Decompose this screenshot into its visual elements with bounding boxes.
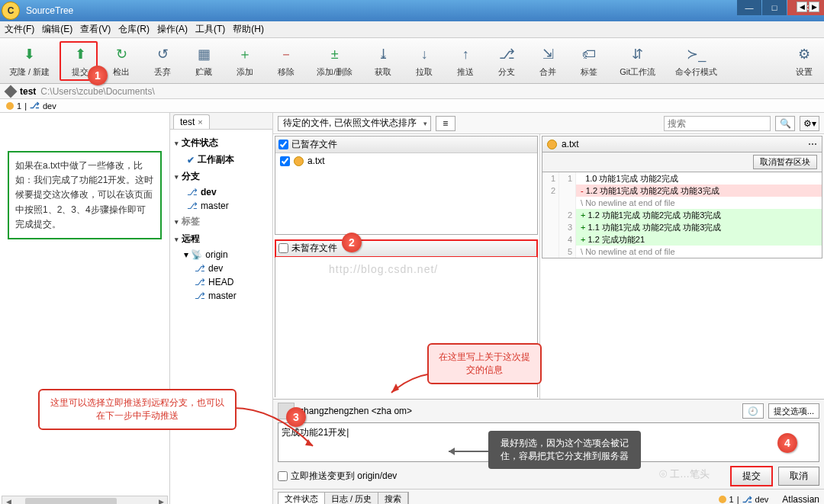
bottom-tabs: 文件状态 日志 / 历史 搜索 xyxy=(278,492,409,504)
scrollbar-horizontal[interactable]: ◀▶ xyxy=(2,496,168,504)
app-icon: C xyxy=(2,2,20,20)
staged-all-checkbox[interactable] xyxy=(278,140,288,149)
terminal-button[interactable]: ≻_命令行模式 xyxy=(672,42,720,79)
current-branch: dev xyxy=(43,101,56,111)
badge-3: 3 xyxy=(286,407,306,427)
badge-1: 1 xyxy=(88,66,108,85)
modified-icon xyxy=(547,140,557,149)
push-button[interactable]: ↑推送 xyxy=(452,42,479,79)
badge-4: 4 xyxy=(777,433,797,453)
unstaged-all-checkbox[interactable] xyxy=(278,243,288,253)
checkout-button[interactable]: ↻检出 xyxy=(108,42,135,79)
tab-search[interactable]: 搜索 xyxy=(378,493,408,504)
pull-button[interactable]: ↓拉取 xyxy=(410,42,438,79)
tree-branch-master[interactable]: ⎇master xyxy=(173,199,269,213)
tree-remote-dev[interactable]: ⎇dev xyxy=(173,262,269,275)
addremove-button[interactable]: ±添加/删除 xyxy=(314,42,356,79)
remove-button[interactable]: －移除 xyxy=(272,42,300,79)
add-button[interactable]: ＋添加 xyxy=(231,42,259,79)
unstaged-header: 未暂存文件 xyxy=(291,242,337,255)
diff-filename: a.txt xyxy=(562,139,803,149)
toolbar: ⬇克隆 / 新建 ⬆提交 ↻检出 ↺丢弃 ▦贮藏 ＋添加 －移除 ±添加/删除 … xyxy=(0,38,824,84)
menu-view[interactable]: 查看(V) xyxy=(80,23,111,36)
tree-remote-master[interactable]: ⎇master xyxy=(173,289,269,303)
tab-filestate[interactable]: 文件状态 xyxy=(278,493,325,504)
menubar: 文件(F) 编辑(E) 查看(V) 仓库(R) 操作(A) 工具(T) 帮助(H… xyxy=(0,21,824,38)
search-input[interactable] xyxy=(664,116,771,131)
tree-workcopy[interactable]: ✔工作副本 xyxy=(173,152,269,168)
gitflow-button[interactable]: ⇵Git工作流 xyxy=(616,42,658,79)
search-button[interactable]: 🔍 xyxy=(775,116,795,131)
diff-column: a.txt ⋯ 取消暂存区块 111.0 功能1完成 功能2完成21.2 功能1… xyxy=(542,136,822,397)
watermark: http://blog.csdn.net/ xyxy=(329,263,438,275)
tag-button[interactable]: 🏷标签 xyxy=(575,42,603,79)
badge-2: 2 xyxy=(342,233,362,252)
tree-branches[interactable]: 分支 xyxy=(173,168,269,185)
commit-cancel-button[interactable]: 取消 xyxy=(778,467,819,486)
tree-branch-dev[interactable]: ⎇dev xyxy=(173,185,269,199)
status-branch: 1 | ⎇dev xyxy=(713,493,775,504)
merge-button[interactable]: ⇲合并 xyxy=(534,42,562,79)
tree-remote-head[interactable]: ⎇HEAD xyxy=(173,275,269,289)
diff-body: 111.0 功能1完成 功能2完成21.2 功能1完成 功能2完成 功能3完成N… xyxy=(542,172,822,258)
staged-file-checkbox[interactable] xyxy=(280,156,290,166)
menu-edit[interactable]: 编辑(E) xyxy=(42,23,72,36)
repo-icon xyxy=(5,85,18,98)
branch-row: 1 | ⎇ dev xyxy=(0,99,824,113)
tree-filestate[interactable]: 文件状态 xyxy=(173,134,269,152)
tab-test[interactable]: test× xyxy=(173,114,210,129)
diff-dots-icon[interactable]: ⋯ xyxy=(808,139,817,149)
clone-button[interactable]: ⬇克隆 / 新建 xyxy=(6,42,53,79)
menu-action[interactable]: 操作(A) xyxy=(157,23,188,36)
tree-remotes[interactable]: 远程 xyxy=(173,230,269,248)
atlassian-logo: Atlassian xyxy=(782,494,819,504)
menu-tool[interactable]: 工具(T) xyxy=(195,23,225,36)
gear-button[interactable]: ⚙▾ xyxy=(800,116,819,131)
fetch-button[interactable]: ⤓获取 xyxy=(369,42,397,79)
maximize-button[interactable]: □ xyxy=(762,0,787,15)
menu-repo[interactable]: 仓库(R) xyxy=(118,23,150,36)
author-name: zhangzhengzhen <zha om> xyxy=(299,406,738,416)
menu-help[interactable]: 帮助(H) xyxy=(233,23,264,36)
settings-button[interactable]: ⚙设置 xyxy=(790,42,818,79)
status-dot-icon xyxy=(6,102,14,110)
view-mode-button[interactable]: ≡ xyxy=(436,116,455,131)
staged-section: 已暂存文件 a.txt xyxy=(275,136,538,235)
wechat-watermark: ⦾ 工…笔头 xyxy=(659,467,710,481)
tab-log[interactable]: 日志 / 历史 xyxy=(325,493,378,504)
tree-origin[interactable]: ▾ 📡 origin xyxy=(173,248,269,262)
path-nav[interactable]: ◀▶ xyxy=(797,2,819,12)
window-title: SourceTree xyxy=(26,5,73,16)
filter-dropdown[interactable]: 待定的文件, 已依照文件状态排序 xyxy=(278,116,431,131)
minimize-button[interactable]: — xyxy=(737,0,761,15)
repo-name: test xyxy=(20,86,36,97)
stash-button[interactable]: ▦贮藏 xyxy=(190,42,217,79)
main-body: 如果在a.txt中做了一些修改，比如：我们完成了功能21开发。这时候要提交这次修… xyxy=(0,113,824,504)
titlebar: C SourceTree — □ ✕ xyxy=(0,0,824,21)
close-tab-icon[interactable]: × xyxy=(198,117,202,127)
menu-file[interactable]: 文件(F) xyxy=(5,23,34,36)
history-button[interactable]: 🕘 xyxy=(742,403,764,419)
tree-tags[interactable]: 标签 xyxy=(173,213,269,230)
callout-msg: 在这里写上关于这次提交的信息 xyxy=(427,343,542,384)
callout-warn: 最好别选，因为这个选项会被记住，容易把其它分支推到服务器 xyxy=(488,431,641,469)
push-immediate-checkbox[interactable]: 立即推送变更到 origin/dev xyxy=(278,470,397,483)
branch-icon: ⎇ xyxy=(30,101,40,111)
filter-bar: 待定的文件, 已依照文件状态排序 ≡ 🔍 ⚙▾ xyxy=(273,113,824,134)
callout-push: 这里可以选择立即推送到远程分支，也可以在下一步中手动推送 xyxy=(38,389,237,430)
modified-icon xyxy=(294,156,304,166)
behind-count: 1 xyxy=(17,101,21,111)
path-row: test C:\Users\zcube\Documents\ ◀▶ xyxy=(0,84,824,99)
left-sidebar: 如果在a.txt中做了一些修改，比如：我们完成了功能21开发。这时候要提交这次修… xyxy=(0,113,170,504)
staged-file-row[interactable]: a.txt xyxy=(275,153,537,169)
repo-path: C:\Users\zcube\Documents\ xyxy=(40,86,154,97)
sidebar-tree: test× 文件状态 ✔工作副本 分支 ⎇dev ⎇master 标签 远程 ▾… xyxy=(170,113,273,504)
staged-header: 已暂存文件 xyxy=(291,138,337,151)
revert-hunk-button[interactable]: 取消暂存区块 xyxy=(753,155,817,169)
repo-tabs: test× xyxy=(170,113,272,130)
commit-submit-button[interactable]: 提交 xyxy=(731,467,772,486)
commit-options-button[interactable]: 提交选项... xyxy=(768,403,819,419)
annotation-note: 如果在a.txt中做了一些修改，比如：我们完成了功能21开发。这时候要提交这次修… xyxy=(8,151,162,239)
discard-button[interactable]: ↺丢弃 xyxy=(149,42,176,79)
branch-button[interactable]: ⎇分支 xyxy=(493,42,520,79)
